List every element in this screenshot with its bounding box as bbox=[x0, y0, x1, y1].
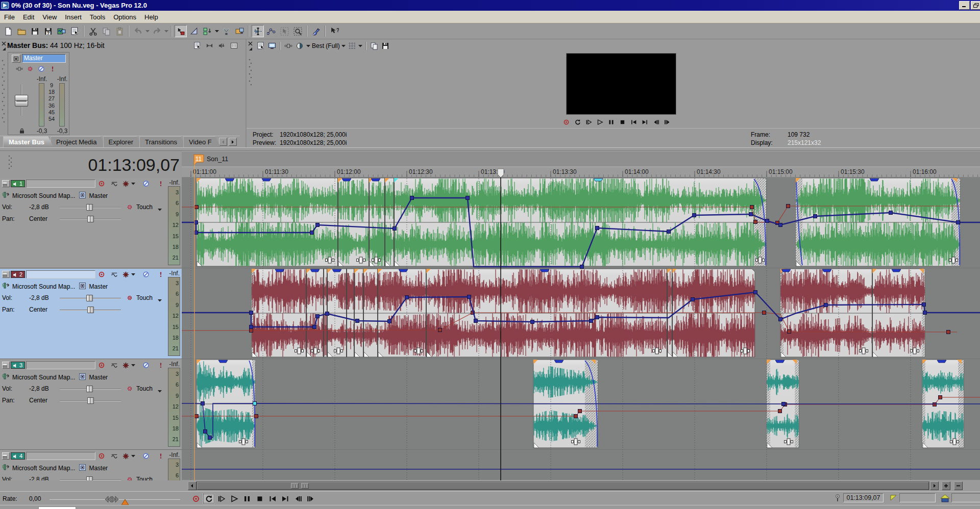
whats-this-button[interactable]: ? bbox=[328, 25, 340, 37]
pause-button[interactable] bbox=[241, 493, 253, 504]
envelope-node[interactable] bbox=[596, 226, 599, 230]
envelope-node[interactable] bbox=[356, 319, 359, 323]
previous-frame-button[interactable] bbox=[292, 493, 304, 504]
rate-slider-handle[interactable] bbox=[105, 496, 119, 504]
envelope-node[interactable] bbox=[889, 211, 893, 215]
timeline-scrollbar[interactable] bbox=[197, 481, 929, 490]
envelope-node[interactable] bbox=[250, 311, 253, 315]
master-fader-handle[interactable] bbox=[15, 95, 28, 107]
ignore-grouping-button[interactable] bbox=[233, 25, 246, 37]
new-project-button[interactable] bbox=[2, 25, 14, 37]
play-from-start-button[interactable] bbox=[583, 118, 594, 126]
envelope-node[interactable] bbox=[957, 221, 960, 224]
envelope-node[interactable] bbox=[750, 206, 754, 209]
envelope-node[interactable] bbox=[204, 430, 207, 434]
envelope-node[interactable] bbox=[574, 415, 578, 418]
envelope-node[interactable] bbox=[208, 436, 212, 440]
go-to-end-button[interactable] bbox=[639, 118, 650, 126]
bus-route-button[interactable] bbox=[12, 55, 20, 63]
redo-dropdown-icon[interactable] bbox=[163, 25, 169, 37]
envelope-node[interactable] bbox=[939, 396, 942, 399]
save-snapshot-icon[interactable] bbox=[380, 41, 391, 51]
selection-edit-tool-button[interactable] bbox=[201, 25, 213, 37]
envelope-node[interactable] bbox=[749, 213, 753, 216]
project-properties-button[interactable]: ? bbox=[42, 25, 54, 37]
track-row-4[interactable] bbox=[182, 450, 980, 480]
open-button[interactable] bbox=[15, 25, 28, 37]
envelope-node[interactable] bbox=[393, 227, 397, 231]
mute-icon[interactable] bbox=[38, 65, 45, 72]
render-as-button[interactable] bbox=[55, 25, 67, 37]
tab-project-media[interactable]: Project Media bbox=[51, 136, 106, 147]
envelope-node[interactable] bbox=[933, 403, 937, 406]
loop-playback-button[interactable] bbox=[572, 118, 583, 126]
tab-video-f[interactable]: Video F bbox=[183, 136, 221, 147]
play-from-start-button[interactable] bbox=[215, 493, 228, 504]
split-screen-icon[interactable] bbox=[283, 41, 294, 51]
envelope-node[interactable] bbox=[195, 415, 199, 418]
menu-tools[interactable]: Tools bbox=[86, 12, 109, 22]
envelope-node[interactable] bbox=[405, 296, 409, 299]
tab-explorer[interactable]: Explorer bbox=[103, 136, 142, 147]
envelope-node[interactable] bbox=[596, 316, 599, 319]
envelope-node[interactable] bbox=[316, 223, 320, 227]
envelope-node[interactable] bbox=[691, 298, 695, 301]
overlay-grid-icon[interactable] bbox=[347, 41, 358, 51]
overlay-dropdown-icon[interactable] bbox=[358, 41, 363, 51]
undo-dropdown-icon[interactable] bbox=[144, 25, 150, 37]
redo-button[interactable] bbox=[151, 25, 163, 37]
tab-scroll-left[interactable] bbox=[219, 138, 227, 146]
envelope-node[interactable] bbox=[255, 415, 258, 418]
menu-edit[interactable]: Edit bbox=[19, 12, 38, 22]
auto-ripple-button[interactable] bbox=[252, 25, 264, 37]
envelope-node[interactable] bbox=[782, 402, 786, 406]
tab-master-bus[interactable]: Master Bus bbox=[3, 136, 54, 147]
master-settings-icon[interactable] bbox=[229, 41, 239, 50]
selection-tool-dropdown-icon[interactable] bbox=[214, 25, 219, 37]
normal-select-button[interactable] bbox=[278, 25, 290, 37]
envelope-node[interactable] bbox=[778, 410, 782, 413]
preview-quality-icon[interactable] bbox=[294, 41, 305, 51]
zoom-tool-button[interactable] bbox=[291, 25, 304, 37]
envelope-node[interactable] bbox=[922, 303, 926, 307]
envelope-node[interactable] bbox=[250, 329, 253, 333]
envelope-node[interactable] bbox=[468, 295, 471, 299]
menu-help[interactable]: Help bbox=[140, 12, 162, 22]
envelope-node[interactable] bbox=[195, 206, 199, 209]
envelope-node[interactable] bbox=[824, 303, 828, 307]
envelope-node[interactable] bbox=[788, 330, 791, 334]
transport-timecode[interactable]: 01:13:09,07 bbox=[843, 493, 884, 502]
envelope-node[interactable] bbox=[779, 318, 782, 321]
tab-scroll-right[interactable] bbox=[229, 138, 237, 146]
external-monitor-icon[interactable] bbox=[266, 41, 278, 51]
normal-edit-tool-button[interactable] bbox=[175, 25, 187, 37]
track-view[interactable]: 01:11:0001:11:3001:12:0001:12:3001:13:00… bbox=[0, 151, 980, 480]
envelope-node[interactable] bbox=[766, 219, 769, 223]
minimize-button[interactable] bbox=[959, 1, 970, 10]
scrollbar-handle[interactable] bbox=[197, 482, 929, 490]
envelope-node[interactable] bbox=[787, 205, 790, 208]
previous-frame-button[interactable] bbox=[650, 118, 662, 126]
envelope-node[interactable] bbox=[388, 320, 391, 323]
envelope-node[interactable] bbox=[410, 196, 414, 200]
go-to-start-button[interactable] bbox=[628, 118, 639, 126]
envelope-node[interactable] bbox=[693, 214, 696, 217]
tab-transitions[interactable]: Transitions bbox=[139, 136, 186, 147]
zoom-out-button[interactable] bbox=[954, 481, 963, 490]
play-button[interactable] bbox=[594, 118, 605, 126]
record-button[interactable] bbox=[560, 118, 572, 126]
solo-icon[interactable] bbox=[49, 65, 57, 72]
scroll-left-button[interactable] bbox=[188, 481, 197, 490]
envelope-node[interactable] bbox=[923, 311, 927, 315]
bus-properties-icon[interactable] bbox=[192, 41, 202, 50]
zoom-in-button[interactable] bbox=[942, 481, 950, 490]
restore-button[interactable] bbox=[971, 1, 980, 10]
stop-button[interactable] bbox=[617, 118, 628, 126]
save-button[interactable] bbox=[29, 25, 41, 37]
envelope-node[interactable] bbox=[438, 328, 442, 332]
envelope-node[interactable] bbox=[310, 231, 314, 235]
envelope-edit-tool-button[interactable] bbox=[188, 25, 200, 37]
menu-insert[interactable]: Insert bbox=[61, 12, 86, 22]
menu-options[interactable]: Options bbox=[109, 12, 140, 22]
tutorials-button[interactable] bbox=[310, 25, 322, 37]
